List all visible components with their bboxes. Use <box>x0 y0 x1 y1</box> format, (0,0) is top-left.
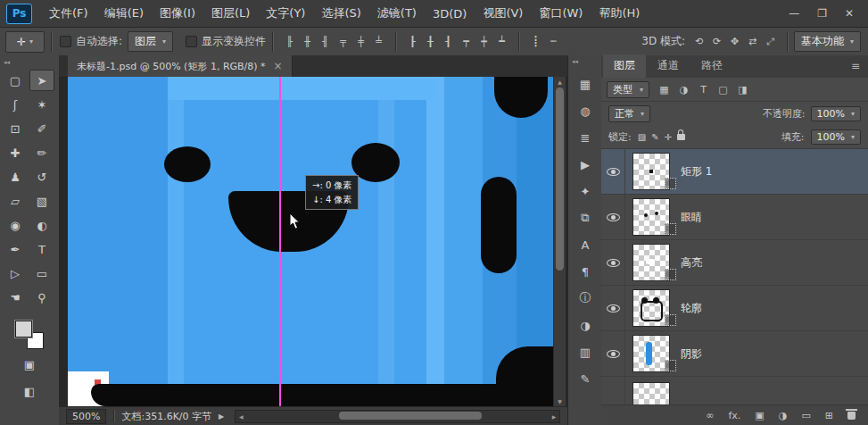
info-panel-icon[interactable]: ⓘ <box>574 288 597 309</box>
tool-quick-select[interactable]: ✶ <box>29 94 54 115</box>
3d-roll-icon[interactable]: ⟳ <box>708 34 725 50</box>
screen-mode-button[interactable]: ◧ <box>17 385 42 404</box>
3d-rotate-icon[interactable]: ⟲ <box>690 34 707 50</box>
align-center-h-icon[interactable]: ╫ <box>299 34 316 50</box>
tool-crop[interactable]: ⊡ <box>3 118 28 139</box>
tool-move[interactable]: ➤ <box>29 70 54 91</box>
filter-type-dropdown[interactable]: 类型 ▾ <box>607 81 649 98</box>
tool-lasso[interactable]: ʃ <box>3 94 28 115</box>
layer-name[interactable]: 阴影 <box>681 346 702 362</box>
scroll-down-icon[interactable]: ▼ <box>554 396 566 406</box>
canvas[interactable]: →: 0 像素 ↓: 4 像素 <box>68 77 553 406</box>
filter-shape-layers-icon[interactable]: ▢ <box>715 81 732 97</box>
layer-row-partial[interactable] <box>601 377 868 404</box>
layer-name[interactable]: 高亮 <box>681 255 702 271</box>
horizontal-scrollbar[interactable]: ◀ ▶ <box>235 410 560 423</box>
menu-help[interactable]: 帮助(H) <box>591 5 648 21</box>
adjustments-panel-icon[interactable]: ◑ <box>574 314 597 336</box>
layer-thumbnail[interactable] <box>632 153 670 190</box>
notes-panel-icon[interactable]: ✎ <box>574 368 597 389</box>
ps-logo[interactable]: Ps <box>6 4 32 24</box>
new-layer-icon[interactable]: ⊞ <box>825 410 833 421</box>
scroll-right-icon[interactable]: ▶ <box>549 411 559 422</box>
layer-thumbnail[interactable] <box>632 382 670 404</box>
tool-hand[interactable]: ☚ <box>3 287 28 308</box>
brush-presets-panel-icon[interactable]: ≣ <box>574 127 597 148</box>
tool-path-select[interactable]: ▷ <box>3 262 28 284</box>
distribute-top-icon[interactable]: ┯ <box>458 34 475 50</box>
close-button[interactable]: ✕ <box>845 7 854 20</box>
minimize-button[interactable]: — <box>789 7 799 20</box>
tool-dodge[interactable]: ◐ <box>29 214 54 236</box>
lock-position-icon[interactable]: ✛ <box>665 132 672 142</box>
zoom-level-field[interactable]: 500% <box>66 409 106 424</box>
link-layers-icon[interactable]: ∞ <box>706 410 714 421</box>
foreground-color-swatch[interactable] <box>15 321 32 338</box>
new-adjustment-layer-icon[interactable]: ◑ <box>779 410 788 421</box>
menu-layer[interactable]: 图层(L) <box>203 5 258 21</box>
align-left-icon[interactable]: ╟ <box>281 34 298 50</box>
visibility-toggle[interactable] <box>601 331 625 376</box>
visibility-toggle[interactable] <box>601 195 625 239</box>
visibility-toggle[interactable] <box>601 377 625 404</box>
menu-select[interactable]: 选择(S) <box>313 5 368 21</box>
3d-pan-icon[interactable]: ✥ <box>726 34 743 50</box>
histogram-panel-icon[interactable]: ▥ <box>574 341 597 362</box>
fill-field[interactable]: 100% ▾ <box>811 129 861 145</box>
align-right-icon[interactable]: ╢ <box>317 34 334 50</box>
tool-shape[interactable]: ▭ <box>29 262 54 284</box>
color-panel-icon[interactable]: ◍ <box>574 100 597 121</box>
scroll-up-icon[interactable]: ▲ <box>554 77 566 87</box>
lock-all-icon[interactable] <box>677 134 685 140</box>
layer-thumbnail[interactable] <box>632 335 670 372</box>
tool-history-brush[interactable]: ↺ <box>29 166 54 188</box>
filter-type-layers-icon[interactable]: T <box>695 81 712 97</box>
new-group-icon[interactable]: ▭ <box>801 410 810 421</box>
show-transform-checkbox[interactable] <box>186 36 197 47</box>
layer-row-rectangle[interactable]: 矩形 1 <box>601 149 868 195</box>
menu-file[interactable]: 文件(F) <box>41 5 96 21</box>
toolbar-collapse-icon[interactable]: ◂◂ <box>0 55 59 70</box>
vertical-scroll-thumb[interactable] <box>556 88 564 271</box>
actions-panel-icon[interactable]: ▶ <box>574 154 597 175</box>
visibility-toggle[interactable] <box>601 286 625 330</box>
align-top-icon[interactable]: ╤ <box>335 34 351 50</box>
dock-collapse-icon[interactable]: ◂◂ <box>568 55 602 68</box>
status-menu-arrow-icon[interactable]: ▶ <box>219 412 224 421</box>
menu-3d[interactable]: 3D(D) <box>425 7 475 21</box>
menu-image[interactable]: 图像(I) <box>152 5 203 21</box>
tool-eyedropper[interactable]: ✐ <box>29 118 54 139</box>
delete-layer-icon[interactable] <box>847 412 856 420</box>
vertical-scrollbar[interactable]: ▲ ▼ <box>553 77 566 406</box>
swatches-panel-icon[interactable]: ▦ <box>574 73 597 95</box>
distribute-bottom-icon[interactable]: ┷ <box>493 34 510 50</box>
menu-window[interactable]: 窗口(W) <box>531 5 591 21</box>
layer-name[interactable]: 眼睛 <box>681 210 702 225</box>
distribute-center-h-icon[interactable]: ╂ <box>422 34 439 50</box>
restore-button[interactable]: ❐ <box>817 7 827 20</box>
layer-row-highlight[interactable]: 高亮 <box>601 240 868 286</box>
filter-smart-objects-icon[interactable]: ◨ <box>734 81 751 97</box>
character-panel-icon[interactable]: A <box>574 234 597 255</box>
clone-source-panel-icon[interactable]: ⧉ <box>574 207 597 229</box>
filter-adjustment-layers-icon[interactable]: ◑ <box>675 81 692 97</box>
add-layer-mask-icon[interactable]: ▣ <box>755 410 764 421</box>
layer-row-outline[interactable]: 轮廓 <box>601 286 868 331</box>
layer-name[interactable]: 轮廓 <box>681 301 702 316</box>
tool-eraser[interactable]: ▱ <box>3 190 28 212</box>
distribute-middle-icon[interactable]: ┿ <box>475 34 492 50</box>
layer-row-eyes[interactable]: 眼睛 <box>601 195 868 240</box>
layer-name[interactable]: 矩形 1 <box>681 164 712 179</box>
menu-edit[interactable]: 编辑(E) <box>96 5 152 21</box>
quick-mask-button[interactable]: ▣ <box>17 358 42 378</box>
scroll-left-icon[interactable]: ◀ <box>236 411 246 422</box>
visibility-toggle[interactable] <box>601 149 625 194</box>
layer-thumbnail[interactable] <box>632 198 670 236</box>
tool-blur[interactable]: ◉ <box>3 214 28 236</box>
tool-brush[interactable]: ✏ <box>29 142 54 163</box>
workspace-switcher[interactable]: 基本功能 ▾ <box>794 31 861 52</box>
tab-channels[interactable]: 通道 <box>647 54 690 78</box>
distribute-spacing-v-icon[interactable]: ┋ <box>527 34 544 50</box>
distribute-spacing-h-icon[interactable]: ┉ <box>545 34 562 50</box>
distribute-left-icon[interactable]: ┠ <box>404 34 421 50</box>
